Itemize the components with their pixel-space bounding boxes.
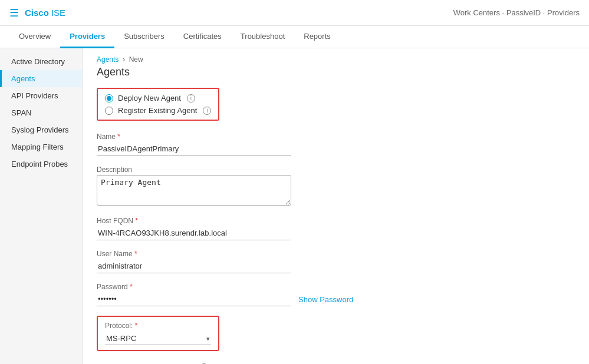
main-content: Agents › New Agents Deploy New Agent i R… [83, 48, 589, 364]
show-password-link[interactable]: Show Password [298, 295, 353, 306]
protocol-select[interactable]: MS-RPC WMI [105, 332, 211, 345]
protocol-label: Protocol: [105, 322, 211, 330]
host-fqdn-field-group: Host FQDN [97, 217, 575, 240]
cisco-logo: Cisco ISE [25, 8, 65, 18]
sidebar-item-endpoint-probes[interactable]: Endpoint Probes [0, 155, 82, 173]
main-layout: Active Directory Agents API Providers SP… [0, 48, 589, 364]
password-input[interactable] [97, 292, 291, 306]
description-textarea[interactable]: Primary Agent [97, 175, 291, 206]
description-label: Description [97, 166, 575, 174]
sidebar: Active Directory Agents API Providers SP… [0, 48, 83, 364]
tab-troubleshoot[interactable]: Troubleshoot [231, 26, 294, 48]
top-breadcrumb: Work Centers · PassiveID · Providers [453, 8, 580, 17]
tab-subscribers[interactable]: Subscribers [114, 26, 174, 48]
name-label: Name [97, 133, 575, 141]
sidebar-item-mapping-filters[interactable]: Mapping Filters [0, 138, 82, 155]
host-fqdn-label: Host FQDN [97, 217, 575, 225]
deploy-new-radio[interactable] [105, 94, 113, 102]
register-existing-radio-row: Register Existing Agent i [105, 106, 211, 115]
tab-providers[interactable]: Providers [60, 26, 114, 48]
nav-tabs-bar: Overview Providers Subscribers Certifica… [0, 26, 589, 48]
password-row: Show Password [97, 292, 575, 306]
sidebar-item-agents[interactable]: Agents [0, 70, 82, 87]
username-input[interactable] [97, 259, 291, 273]
sidebar-item-syslog-providers[interactable]: Syslog Providers [0, 121, 82, 138]
name-input[interactable] [97, 142, 291, 156]
breadcrumb-agents-link[interactable]: Agents [97, 55, 119, 64]
register-existing-info-icon[interactable]: i [203, 107, 211, 115]
tab-reports[interactable]: Reports [294, 26, 340, 48]
sidebar-item-active-directory[interactable]: Active Directory [0, 53, 82, 70]
breadcrumb: Agents › New [97, 55, 575, 64]
deploy-new-label[interactable]: Deploy New Agent [118, 94, 181, 102]
breadcrumb-new: New [129, 55, 143, 64]
username-label: User Name [97, 250, 575, 258]
ise-text: ISE [51, 8, 65, 18]
description-field-group: Description Primary Agent [97, 166, 575, 207]
top-bar: ☰ Cisco ISE Work Centers · PassiveID · P… [0, 0, 589, 26]
password-field-group: Password Show Password [97, 283, 575, 306]
agent-type-radio-group: Deploy New Agent i Register Existing Age… [97, 88, 219, 121]
protocol-select-wrapper: MS-RPC WMI ▾ [105, 332, 211, 345]
cisco-text: Cisco [25, 8, 49, 18]
register-existing-radio[interactable] [105, 107, 113, 115]
register-existing-label[interactable]: Register Existing Agent [118, 106, 197, 115]
password-label: Password [97, 283, 575, 291]
deploy-new-info-icon[interactable]: i [187, 94, 195, 102]
hamburger-icon[interactable]: ☰ [9, 6, 19, 19]
tab-overview[interactable]: Overview [9, 26, 60, 48]
deploy-new-radio-row: Deploy New Agent i [105, 94, 211, 102]
username-field-group: User Name [97, 250, 575, 273]
sidebar-item-span[interactable]: SPAN [0, 104, 82, 121]
host-fqdn-input[interactable] [97, 226, 291, 240]
page-title: Agents [97, 66, 575, 78]
protocol-section: Protocol: MS-RPC WMI ▾ [97, 316, 219, 351]
name-field-group: Name [97, 133, 575, 156]
sidebar-item-api-providers[interactable]: API Providers [0, 87, 82, 104]
tab-certificates[interactable]: Certificates [174, 26, 231, 48]
